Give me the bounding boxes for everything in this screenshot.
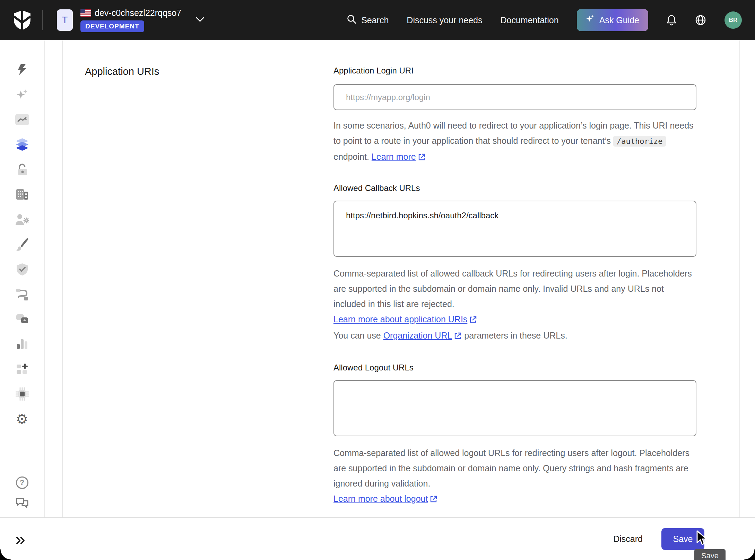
marketplace-grid-plus-icon (16, 363, 28, 375)
learn-more-application-uris-link[interactable]: Learn more about application URIs (333, 314, 467, 324)
external-link-icon (454, 329, 462, 344)
sidebar-item-branding[interactable] (15, 237, 29, 251)
callback-urls-description: Comma-separated list of allowed callback… (333, 266, 696, 344)
nav-documentation[interactable]: Documentation (501, 15, 559, 25)
external-link-icon (418, 150, 426, 165)
sidebar-item-applications[interactable] (15, 138, 29, 151)
sidebar-item-help[interactable]: ? (15, 476, 29, 490)
authentication-lock-icon (16, 163, 28, 176)
ask-guide-label: Ask Guide (599, 15, 639, 25)
sidebar-expand-button[interactable]: » (12, 530, 29, 548)
tenant-switcher[interactable]: T dev-c0chsezl22rqqso7 DEVELOPMENT (57, 8, 204, 32)
screen-corner-bottom-right (744, 549, 755, 560)
nav-search[interactable]: Search (347, 14, 389, 26)
environment-badge: DEVELOPMENT (80, 20, 144, 32)
external-link-icon (430, 492, 437, 507)
ask-guide-button[interactable]: Ask Guide (577, 9, 648, 31)
monitoring-bars-icon (16, 338, 28, 350)
login-uri-label: Application Login URI (333, 65, 696, 76)
save-button[interactable]: Save (661, 528, 704, 550)
login-uri-input[interactable] (333, 84, 696, 110)
callback-urls-label: Allowed Callback URLs (333, 183, 696, 194)
logout-urls-description: Comma-separated list of allowed logout U… (333, 445, 696, 507)
callback-desc-text2: You can use (333, 331, 383, 340)
sidebar-item-authentication[interactable] (15, 163, 29, 176)
callback-urls-textarea[interactable]: https://netbird.hopkins.sh/oauth2/callba… (333, 201, 696, 257)
sidebar-nav: ⚙ ? (0, 40, 45, 517)
analytics-trend-icon (15, 114, 29, 125)
save-tooltip: Save (694, 549, 726, 560)
nav-discuss-your-needs[interactable]: Discuss your needs (407, 15, 482, 25)
nav-search-label: Search (361, 15, 389, 25)
sidebar-item-ai[interactable] (15, 88, 29, 102)
section-title: Application URIs (85, 66, 333, 77)
nav-discuss-label: Discuss your needs (407, 15, 482, 25)
login-uri-desc-text2: endpoint. (333, 152, 369, 161)
screen-corner-bottom-left (0, 549, 11, 560)
sidebar-item-marketplace[interactable] (15, 362, 29, 376)
navbar-divider (42, 10, 43, 30)
us-flag-icon (80, 9, 91, 17)
tenant-initial-avatar: T (57, 9, 73, 31)
learn-more-logout-link[interactable]: Learn more about logout (333, 494, 428, 504)
logout-desc-text: Comma-separated list of allowed logout U… (333, 448, 689, 488)
activity-bolt-icon (17, 64, 28, 76)
sidebar-item-feedback[interactable] (15, 497, 29, 510)
sidebar-item-analytics[interactable] (15, 113, 29, 126)
notifications-bell-button[interactable] (666, 15, 677, 26)
globe-icon (695, 14, 706, 26)
user-management-icon (15, 213, 29, 225)
extensions-clone-icon (16, 314, 29, 325)
language-globe-button[interactable] (695, 14, 706, 26)
sidebar-item-security[interactable] (15, 262, 29, 276)
organizations-building-icon (16, 189, 29, 200)
chevron-down-icon (196, 17, 204, 23)
authorize-code-chip: /authorize (613, 136, 666, 147)
sidebar-item-extensions[interactable] (15, 312, 29, 326)
callback-desc-text3: parameters in these URLs. (462, 331, 567, 340)
nav-documentation-label: Documentation (501, 15, 559, 25)
sidebar-item-organizations[interactable] (15, 187, 29, 201)
tenant-name: dev-c0chsezl22rqqso7 (95, 8, 181, 18)
branding-brush-icon (16, 238, 29, 251)
top-navbar: T dev-c0chsezl22rqqso7 DEVELOPMENT (0, 0, 755, 40)
sidebar-item-user-management[interactable] (15, 212, 29, 226)
save-bar: » Discard Save (0, 517, 755, 560)
sidebar-item-settings[interactable]: ⚙ (15, 412, 29, 426)
login-uri-description: In some scenarios, Auth0 will need to re… (333, 118, 696, 165)
sidebar-item-developer[interactable] (15, 387, 29, 401)
logout-urls-label: Allowed Logout URLs (333, 362, 696, 373)
sidebar-item-monitoring[interactable] (15, 337, 29, 351)
ai-sparkles-icon (16, 89, 28, 100)
bell-icon (666, 15, 677, 26)
sparkle-icon (586, 15, 595, 26)
application-settings-panel: Application URIs Application Login URI I… (62, 40, 740, 517)
discard-button[interactable]: Discard (613, 534, 643, 544)
external-link-icon (469, 313, 477, 328)
settings-gear-icon: ⚙ (16, 412, 28, 426)
logout-urls-textarea[interactable] (333, 380, 696, 436)
auth0-logo-icon (12, 9, 33, 31)
security-shield-icon (16, 263, 28, 275)
actions-flow-icon (16, 288, 29, 300)
applications-layers-icon (15, 138, 29, 151)
sidebar-item-actions[interactable] (15, 287, 29, 301)
sidebar-item-activity[interactable] (15, 63, 29, 77)
help-icon: ? (16, 476, 28, 489)
developer-chip-icon (16, 387, 29, 401)
feedback-icon (16, 498, 29, 509)
callback-desc-text: Comma-separated list of allowed callback… (333, 269, 692, 309)
search-icon (347, 14, 356, 26)
user-avatar[interactable]: BR (724, 11, 742, 29)
learn-more-link[interactable]: Learn more (372, 152, 416, 161)
organization-url-link[interactable]: Organization URL (383, 331, 452, 340)
